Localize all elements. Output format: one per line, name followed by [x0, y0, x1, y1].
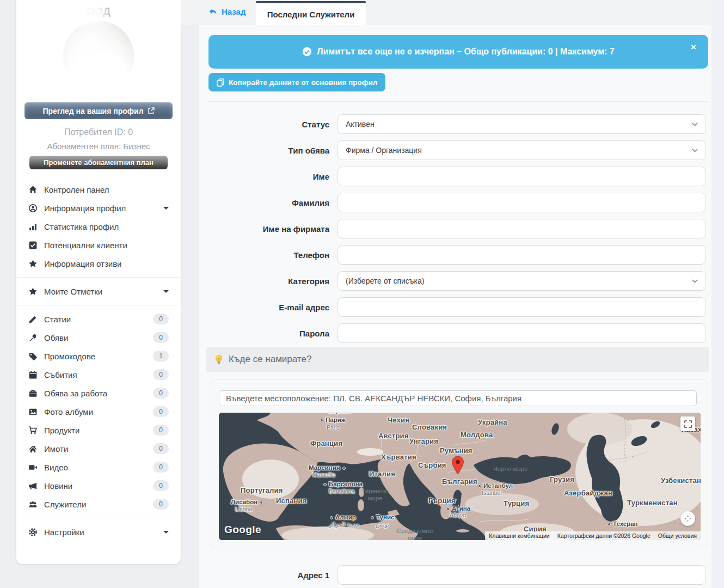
sidebar-item-video[interactable]: Видео 0	[16, 458, 181, 476]
copy-profile-data-button[interactable]: Копирайте данните от основния профил	[208, 73, 385, 91]
count-badge: 0	[153, 369, 169, 380]
divider	[208, 101, 708, 102]
preview-profile-button[interactable]: Преглед на вашия профил	[24, 102, 173, 119]
listing-type-select[interactable]: Фирма / Организация	[338, 140, 706, 160]
map-card: БерлинПарижParisФранцияЧехияСловакияАвст…	[210, 379, 708, 548]
video-icon	[28, 463, 38, 472]
sidebar-item-leads[interactable]: Потенциални клиенти	[16, 236, 181, 254]
sidebar-item-products[interactable]: Продукти 0	[16, 421, 181, 439]
sidebar-item-label: Статии	[44, 315, 146, 324]
divider	[16, 518, 181, 518]
sidebar-item-label: Настройки	[44, 528, 157, 537]
sidebar-item-bookmarks[interactable]: Моите Отметки	[16, 282, 181, 301]
tab-last-employees[interactable]: Последни Служители	[256, 1, 366, 25]
copy-icon	[217, 78, 224, 87]
phone-input[interactable]	[338, 245, 706, 265]
field-label: Телефон	[199, 245, 329, 265]
listing-type-select-value: Фирма / Организация	[346, 146, 422, 155]
field-label: Име	[199, 167, 329, 186]
sidebar-item-news[interactable]: Новини 0	[16, 476, 181, 495]
user-circle-icon	[28, 204, 38, 213]
first-name-input[interactable]	[338, 167, 706, 186]
chevron-down-icon	[692, 149, 698, 152]
sidebar-item-profile-info[interactable]: Информация профил	[16, 199, 181, 217]
preview-profile-label: Преглед на вашия профил	[42, 107, 143, 115]
sidebar-item-label: Събития	[44, 370, 146, 379]
back-link-label: Назад	[222, 7, 246, 16]
count-badge: 0	[153, 388, 169, 399]
bar-chart-icon	[28, 222, 38, 231]
tag-icon	[28, 352, 38, 361]
form-row-phone: Телефон	[199, 245, 711, 265]
location-search-input[interactable]	[219, 390, 697, 406]
keyboard-shortcuts-link[interactable]: Клавишни комбинации	[485, 531, 553, 540]
count-badge: 0	[153, 462, 169, 473]
briefcase-icon	[28, 389, 38, 398]
sidebar-item-settings[interactable]: Настройки	[16, 523, 181, 541]
close-icon[interactable]: ×	[691, 42, 696, 52]
cart-icon	[28, 426, 38, 435]
location-section-header: Къде се намирате?	[206, 347, 709, 372]
form-row-email: E-mail адрес	[199, 297, 711, 317]
company-name-input[interactable]	[338, 219, 706, 238]
sidebar-item-label: Новини	[44, 481, 146, 491]
status-select-value: Активен	[346, 120, 375, 128]
sidebar-item-ads[interactable]: Обяви 0	[16, 328, 181, 347]
form-row-last-name: Фамилия	[199, 193, 711, 212]
map-data-label: Картографски данни ©2026 Google	[554, 531, 654, 540]
status-select[interactable]: Активен	[338, 114, 706, 134]
change-plan-button[interactable]: Променете абонаментния план	[29, 156, 168, 169]
sidebar-item-articles[interactable]: Статии 0	[16, 310, 181, 328]
sidebar-item-label: Контролен панел	[44, 185, 169, 194]
star-icon	[28, 259, 38, 268]
google-map[interactable]: БерлинПарижParisФранцияЧехияСловакияАвст…	[219, 413, 701, 540]
sidebar-item-label: Статистика профил	[44, 222, 169, 231]
sidebar-item-events[interactable]: Събития 0	[16, 365, 181, 384]
count-badge: 0	[153, 443, 169, 454]
count-badge: 0	[153, 332, 169, 343]
home-icon	[28, 185, 38, 194]
calendar-icon	[28, 370, 38, 379]
sidebar-item-profile-stats[interactable]: Статистика профил	[16, 217, 181, 236]
sidebar-item-reviews[interactable]: Информация отзиви	[16, 254, 181, 273]
form-row-status: Статус Активен	[199, 114, 711, 134]
form-row-company-name: Име на фирмата	[199, 219, 711, 238]
sidebar-item-promocodes[interactable]: Промокодове 1	[16, 347, 181, 365]
sidebar-menu: Контролен панел Информация профил Статис…	[16, 180, 181, 541]
field-label: Статус	[199, 114, 329, 134]
sidebar-item-job-ads[interactable]: Обява за работа 0	[16, 384, 181, 402]
sidebar-item-properties[interactable]: Имоти 0	[16, 439, 181, 458]
sidebar-item-label: Имоти	[44, 444, 146, 454]
terms-link[interactable]: Общи условия	[654, 531, 701, 540]
gear-icon	[28, 528, 38, 537]
sidebar-item-label: Обяви	[44, 333, 146, 342]
fullscreen-button[interactable]	[680, 416, 695, 431]
chevron-down-icon	[163, 531, 169, 534]
user-id-line: Потребител ID: 0	[16, 127, 181, 137]
sidebar-item-employees[interactable]: Служители 0	[16, 495, 181, 513]
password-field[interactable]	[338, 323, 706, 343]
map-marker-icon[interactable]	[451, 456, 464, 475]
sidebar-item-label: Обява за работа	[44, 389, 146, 398]
last-name-input[interactable]	[338, 193, 706, 212]
sidebar-item-label: Фото албуми	[44, 407, 146, 416]
email-field[interactable]	[338, 297, 706, 317]
back-link[interactable]: Назад	[208, 7, 246, 16]
star-icon	[28, 287, 38, 296]
divider	[16, 305, 181, 305]
field-label: Фамилия	[199, 193, 329, 212]
sidebar-item-dashboard[interactable]: Контролен панел	[16, 180, 181, 199]
category-select-value: (Изберете от списъка)	[346, 277, 424, 285]
compass-control[interactable]	[680, 511, 695, 526]
form-row-first-name: Име	[199, 167, 711, 186]
field-label: Парола	[199, 323, 329, 343]
category-select[interactable]: (Изберете от списъка)	[338, 271, 706, 291]
address1-input[interactable]	[338, 565, 706, 585]
avatar	[63, 21, 134, 91]
google-logo: Google	[224, 524, 261, 536]
megaphone-icon	[28, 481, 38, 491]
chevron-down-icon	[692, 122, 698, 126]
count-badge: 1	[153, 351, 169, 362]
company-title: ООД	[16, 5, 181, 17]
sidebar-item-photo-albums[interactable]: Фото албуми 0	[16, 402, 181, 421]
